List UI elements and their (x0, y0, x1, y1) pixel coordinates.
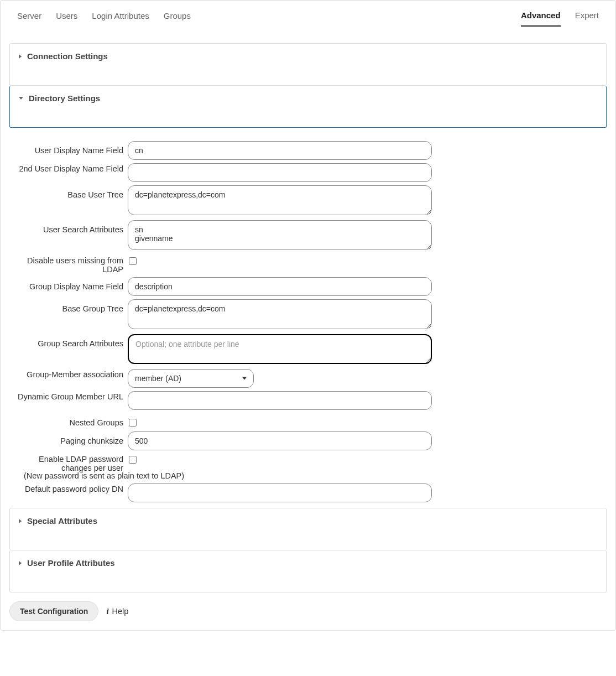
accordion-title: Directory Settings (29, 93, 100, 103)
group-search-attributes-input[interactable] (128, 334, 432, 364)
chevron-down-icon (19, 97, 23, 100)
tab-bar: Server Users Login Attributes Groups Adv… (1, 1, 615, 27)
disable-missing-checkbox[interactable] (129, 257, 137, 265)
password-change-hint: (New password is sent as plain text to L… (9, 471, 607, 480)
group-display-name-input[interactable] (128, 277, 432, 296)
group-member-assoc-select[interactable]: member (AD) (128, 369, 254, 388)
footer-bar: Test Configuration i Help (1, 601, 615, 630)
user-search-attributes-input[interactable]: sn givenname (128, 220, 432, 250)
tab-groups[interactable]: Groups (164, 7, 191, 26)
user-display-name-input[interactable] (128, 141, 432, 160)
tab-login-attributes[interactable]: Login Attributes (92, 7, 149, 26)
label-user-display-name: User Display Name Field (9, 141, 128, 155)
label-default-password-policy: Default password policy DN (9, 483, 128, 493)
info-icon: i (106, 607, 108, 616)
label-base-group-tree: Base Group Tree (9, 299, 128, 313)
label-group-member-assoc: Group-Member association (9, 369, 128, 379)
chevron-right-icon (19, 54, 22, 59)
paging-chunksize-input[interactable] (128, 431, 432, 450)
second-user-display-name-input[interactable] (128, 163, 432, 182)
label-nested-groups: Nested Groups (9, 413, 128, 427)
base-user-tree-input[interactable]: dc=planetexpress,dc=com (128, 185, 432, 215)
tab-server[interactable]: Server (17, 7, 41, 26)
accordion-connection-settings: Connection Settings (9, 43, 607, 86)
dynamic-group-url-input[interactable] (128, 391, 432, 410)
accordion-title: Connection Settings (27, 51, 108, 61)
label-user-search-attributes: User Search Attributes (9, 220, 128, 234)
tab-expert[interactable]: Expert (575, 6, 599, 27)
label-group-search-attributes: Group Search Attributes (9, 334, 128, 348)
tab-users[interactable]: Users (56, 7, 77, 26)
directory-settings-form: User Display Name Field 2nd User Display… (9, 141, 607, 502)
chevron-right-icon (19, 519, 22, 523)
chevron-down-icon (242, 377, 247, 380)
accordion-header-directory[interactable]: Directory Settings (10, 86, 606, 111)
accordion-title: Special Attributes (27, 516, 97, 526)
label-dynamic-group-url: Dynamic Group Member URL (9, 391, 128, 401)
accordion-header-profile[interactable]: User Profile Attributes (10, 550, 606, 575)
label-disable-missing: Disable users missing from LDAP (9, 255, 128, 274)
select-value: member (AD) (135, 374, 181, 383)
label-second-user-display-name: 2nd User Display Name Field (9, 163, 128, 173)
accordion-user-profile-attributes: User Profile Attributes (9, 550, 607, 592)
chevron-right-icon (19, 561, 22, 565)
label-group-display-name: Group Display Name Field (9, 277, 128, 291)
tab-advanced[interactable]: Advanced (521, 6, 561, 27)
accordion-title: User Profile Attributes (27, 558, 115, 568)
label-paging-chunksize: Paging chunksize (9, 431, 128, 445)
accordion-header-connection[interactable]: Connection Settings (10, 44, 606, 69)
label-base-user-tree: Base User Tree (9, 185, 128, 199)
accordion-special-attributes: Special Attributes (9, 508, 607, 550)
enable-password-change-checkbox[interactable] (129, 456, 137, 464)
settings-panel: Server Users Login Attributes Groups Adv… (0, 0, 616, 631)
label-enable-password-change: Enable LDAP password changes per user (9, 454, 128, 472)
help-label: Help (112, 607, 129, 616)
default-password-policy-input[interactable] (128, 483, 432, 502)
nested-groups-checkbox[interactable] (129, 419, 137, 427)
accordion-header-special[interactable]: Special Attributes (10, 508, 606, 533)
help-link[interactable]: i Help (106, 607, 128, 616)
test-configuration-button[interactable]: Test Configuration (9, 601, 98, 621)
accordion-directory-settings: Directory Settings (9, 86, 607, 128)
base-group-tree-input[interactable]: dc=planetexpress,dc=com (128, 299, 432, 329)
